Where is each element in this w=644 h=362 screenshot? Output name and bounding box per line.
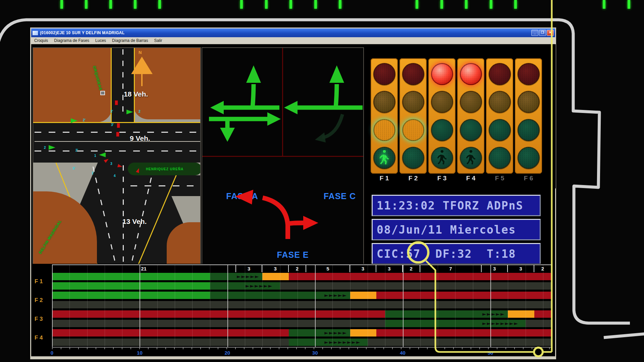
lane-line: [130, 185, 201, 186]
signal-lens-amber: [431, 91, 453, 113]
close-button[interactable]: ✕: [547, 30, 554, 36]
bar-header-segment: 3: [262, 265, 288, 272]
signal-head: [515, 58, 542, 174]
menu-item-luces[interactable]: Luces: [92, 38, 109, 44]
phase-row-label: F 4: [35, 335, 51, 341]
flashing-arrows: ►►►►►►►►: [482, 320, 525, 326]
phase-row-label: F 3: [35, 316, 51, 322]
bar-segment: [210, 273, 236, 280]
bar-row-f4-vehicular: ►►►►►: [52, 329, 552, 337]
lcd-cycle-panel: CIC:57 DF:32 T:18: [372, 243, 541, 264]
signal-lens-red: [489, 63, 511, 85]
sync-tick: [289, 0, 292, 9]
signal-head: [371, 58, 398, 174]
compass-stem: [141, 74, 143, 86]
detector-arrow-icon: [126, 110, 133, 114]
signal-lamp-icon: [116, 132, 119, 137]
signal-head: [457, 58, 484, 174]
bar-header-segment: 2: [403, 265, 420, 272]
menu-item-salir[interactable]: Salir: [151, 38, 165, 44]
gridline-major: [490, 264, 491, 348]
sync-tick: [109, 0, 112, 9]
bar-segment: [526, 320, 552, 327]
gridline-minor: [157, 265, 158, 347]
gridline-minor: [350, 265, 351, 347]
signal-lens-green: [373, 119, 395, 141]
signal-head-label: F 1: [371, 175, 398, 183]
fase-a-arrows-icon: [202, 48, 282, 156]
detector-label: 4: [114, 174, 116, 178]
flashing-arrows: ►►►►►: [324, 292, 349, 298]
phase-row-label: F 1: [35, 278, 51, 285]
axis-tick-label: 10: [137, 350, 143, 356]
bar-segment: [52, 339, 289, 346]
signal-lens-amber: [518, 91, 540, 113]
detector-label: 2': [75, 148, 78, 152]
signal-lens-red: [402, 63, 424, 85]
detector-arrow-icon: [71, 118, 77, 123]
bar-segment: [52, 329, 289, 337]
gridline-major: [403, 264, 404, 348]
gridline-minor: [455, 265, 455, 347]
signal-head-label: F 5: [486, 175, 513, 183]
gridline-minor: [69, 265, 70, 347]
compass-north-label: N: [139, 50, 142, 55]
signal-head-column: F 6: [515, 58, 542, 183]
intersection-map: HENRIQUEZ UREÑA N ORQUIDEAS DELFIN MADRI…: [33, 47, 201, 266]
flashing-arrows: ►►►►►►►►: [324, 339, 367, 345]
detector-arrow-icon: [49, 145, 55, 150]
signal-lens-amber: [402, 91, 424, 113]
desktop: (016002)EJE 10 SUR Y DELFIN MADRIGAL _ ❐…: [0, 0, 644, 362]
menu-item-croquis[interactable]: Croquis: [31, 38, 51, 44]
walking-person-icon: [377, 150, 392, 166]
signal-heads-panel: F 1F 2F 3F 4F 5F 6: [368, 44, 556, 188]
menu-item-diagrama-de-fases[interactable]: Diagrama de Fases: [51, 38, 92, 44]
sync-tick: [265, 0, 268, 9]
detector-arrow-icon: [99, 153, 106, 157]
signal-head-label: F 4: [457, 175, 484, 183]
detector-label: 2': [83, 118, 86, 122]
window-frame: (016002)EJE 10 SUR Y DELFIN MADRIGAL _ ❐…: [30, 27, 556, 359]
gridline-minor: [87, 265, 88, 347]
bar-header-segment: 3: [350, 265, 376, 272]
bar-segment: [52, 310, 385, 318]
bar-segment: ►►►►►: [482, 310, 508, 318]
lane-line: [35, 150, 200, 152]
gridline-minor: [192, 265, 193, 347]
sync-tick: [416, 0, 418, 9]
gridline-minor: [438, 265, 438, 347]
bar-segment: [289, 329, 324, 337]
maximize-button[interactable]: ❐: [539, 30, 546, 36]
signal-head-label: F 3: [428, 175, 455, 183]
bar-segment: ►►►►►►►►: [482, 320, 526, 327]
menu-item-diagrama-de-barras[interactable]: Diagrama de Barras: [109, 38, 151, 44]
signal-lens-pedestrian: [431, 147, 453, 169]
sync-tick: [628, 0, 630, 9]
signal-lamp-icon: [115, 100, 118, 105]
signal-head: [399, 58, 427, 174]
signal-lens-pedestrian: [373, 147, 395, 169]
detector-label: 2: [139, 110, 141, 113]
detector-label: 1: [94, 154, 96, 158]
bar-row-f1-pedestrian: ►►►►►►: [52, 282, 552, 290]
map-block-ne: [133, 48, 201, 119]
bar-segment: [52, 320, 385, 327]
gridline-major: [140, 264, 140, 348]
sync-tick: [440, 0, 443, 9]
vehicle-count-label: 9 Veh.: [130, 134, 150, 142]
signal-lens-green: [489, 119, 511, 141]
signal-head-column: F 2: [399, 58, 427, 183]
bar-segment: [289, 339, 324, 346]
sync-tick: [465, 0, 468, 9]
lane-line: [122, 49, 123, 116]
bar-header-segment: 21: [52, 265, 236, 272]
phase-diagram-panel: FASE A FASE C: [202, 47, 364, 266]
signal-lamp-icon: [117, 123, 120, 128]
flashing-arrows: ►►►►►: [237, 274, 262, 280]
lane-line: [35, 141, 200, 142]
street-label-henriquez-urena: HENRIQUEZ UREÑA: [146, 167, 183, 171]
lcd-date-panel: 08/Jun/11 Miercoles: [372, 219, 541, 240]
bar-segment: [350, 329, 376, 337]
bar-header-segment: 3: [508, 265, 534, 272]
minimize-button[interactable]: _: [531, 30, 538, 36]
